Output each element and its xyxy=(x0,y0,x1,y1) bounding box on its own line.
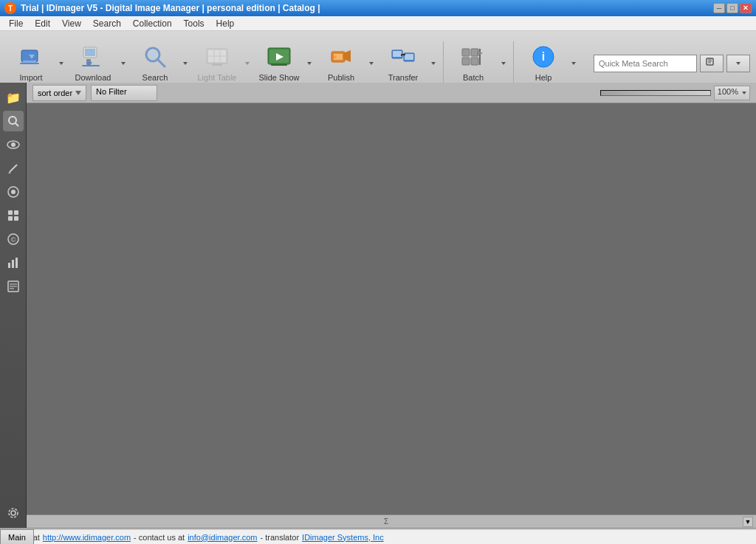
light-table-icon xyxy=(204,44,230,70)
menu-view[interactable]: View xyxy=(56,17,87,30)
scroll-down-arrow[interactable]: ▼ xyxy=(743,517,753,527)
svg-point-56 xyxy=(11,142,16,147)
svg-line-57 xyxy=(10,165,17,172)
close-button[interactable]: ✕ xyxy=(740,3,752,13)
website-link[interactable]: http://www.idimager.com xyxy=(43,533,131,542)
svg-rect-40 xyxy=(462,58,470,65)
menu-help[interactable]: Help xyxy=(210,17,241,30)
filter-dropdown[interactable]: No Filter xyxy=(91,85,157,101)
toolbar-separator xyxy=(443,41,444,86)
batch-icon xyxy=(460,44,487,70)
menu-edit[interactable]: Edit xyxy=(29,17,56,30)
help-icon: i xyxy=(530,44,557,70)
quick-search-option-button[interactable] xyxy=(726,55,750,72)
svg-marker-21 xyxy=(245,62,250,65)
sidebar-icon-chart[interactable] xyxy=(3,252,24,273)
svg-rect-35 xyxy=(405,54,413,60)
batch-label: Batch xyxy=(463,73,484,83)
svg-rect-0 xyxy=(21,50,38,62)
svg-rect-63 xyxy=(8,216,13,221)
sidebar-icon-grid[interactable] xyxy=(3,205,24,226)
svg-rect-61 xyxy=(8,210,13,215)
svg-point-53 xyxy=(9,117,16,124)
svg-line-54 xyxy=(16,123,18,126)
toolbar-separator-2 xyxy=(513,41,514,86)
zoom-value: 100% xyxy=(718,87,738,96)
minimize-button[interactable]: ─ xyxy=(713,3,725,13)
filter-label: No Filter xyxy=(96,87,127,96)
sidebar-icon-pencil[interactable] xyxy=(3,158,24,179)
svg-line-13 xyxy=(157,59,165,66)
menu-collection[interactable]: Collection xyxy=(127,17,178,30)
svg-marker-76 xyxy=(75,91,81,95)
scroll-sum: Σ xyxy=(384,517,388,526)
svg-marker-77 xyxy=(742,92,746,94)
import-icon xyxy=(18,44,44,70)
status-bar: visit us at http://www.idimager.com - co… xyxy=(0,529,756,544)
sort-order-button[interactable]: sort order xyxy=(32,85,86,101)
svg-marker-14 xyxy=(183,62,188,65)
main-content: sort order No Filter 100% Σ ▼ xyxy=(27,83,756,528)
contact-text: - contact us at xyxy=(134,533,185,542)
sidebar-icon-view[interactable] xyxy=(3,182,24,202)
contact-link[interactable]: info@idimager.com xyxy=(188,533,257,542)
slide-show-icon xyxy=(266,44,292,70)
sidebar-icon-contact[interactable] xyxy=(3,276,24,297)
sidebar-icon-eye[interactable] xyxy=(3,134,24,155)
quick-meta-search-input[interactable] xyxy=(594,55,697,72)
svg-rect-6 xyxy=(85,49,95,56)
svg-rect-3 xyxy=(20,63,39,64)
zoom-area: 100% xyxy=(600,86,750,100)
maximize-button[interactable]: □ xyxy=(726,3,738,13)
svg-marker-10 xyxy=(121,62,126,65)
svg-marker-44 xyxy=(501,62,506,65)
sort-order-label: sort order xyxy=(38,89,72,97)
zoom-dropdown[interactable]: 100% xyxy=(714,86,750,100)
light-table-label: Light Table xyxy=(197,73,236,83)
svg-rect-41 xyxy=(471,58,478,65)
download-label: Download xyxy=(75,73,111,83)
title-bar-left: T Trial | IDimager V5 - Digital Image Ma… xyxy=(4,2,320,14)
title-bar-text: Trial | IDimager V5 - Digital Image Mana… xyxy=(21,3,320,13)
help-label: Help xyxy=(535,73,552,83)
sidebar-icon-folder[interactable]: 📁 xyxy=(3,87,24,108)
menu-tools[interactable]: Tools xyxy=(178,17,210,30)
sidebar-icon-search[interactable] xyxy=(3,111,24,131)
tab-main[interactable]: Main xyxy=(0,529,34,544)
svg-point-12 xyxy=(148,50,157,59)
sidebar-icon-settings[interactable] xyxy=(3,503,24,523)
svg-rect-67 xyxy=(8,263,10,268)
title-bar-controls: ─ □ ✕ xyxy=(713,3,752,13)
menu-search[interactable]: Search xyxy=(87,17,127,30)
quick-search-area xyxy=(594,55,750,72)
bottom-scroll-bar: Σ ▼ xyxy=(27,514,756,528)
image-area xyxy=(27,103,756,514)
zoom-slider[interactable] xyxy=(600,90,711,96)
svg-rect-20 xyxy=(212,63,222,66)
sidebar-icon-copyright[interactable]: © xyxy=(3,229,24,249)
svg-point-30 xyxy=(334,55,337,58)
publish-icon xyxy=(328,44,354,70)
menu-file[interactable]: File xyxy=(3,17,29,30)
svg-rect-33 xyxy=(393,51,402,57)
translator-link[interactable]: IDimager Systems, Inc xyxy=(302,533,384,542)
transfer-label: Transfer xyxy=(388,73,419,83)
title-bar: T Trial | IDimager V5 - Digital Image Ma… xyxy=(0,0,756,16)
transfer-icon xyxy=(390,44,416,70)
svg-rect-9 xyxy=(82,65,100,66)
quick-search-go-button[interactable] xyxy=(700,55,724,72)
svg-marker-37 xyxy=(431,62,436,65)
svg-marker-52 xyxy=(736,62,740,65)
svg-rect-38 xyxy=(462,49,470,56)
svg-point-74 xyxy=(11,511,16,515)
svg-marker-31 xyxy=(369,62,374,65)
filter-bar: sort order No Filter 100% xyxy=(27,83,756,103)
search-label: Search xyxy=(142,73,168,83)
svg-rect-68 xyxy=(12,260,14,268)
menu-bar: File Edit View Search Collection Tools H… xyxy=(0,16,756,31)
publish-label: Publish xyxy=(328,73,354,83)
svg-rect-69 xyxy=(16,258,18,268)
app-icon: T xyxy=(4,2,16,14)
left-sidebar: 📁 © xyxy=(0,83,27,528)
svg-marker-26 xyxy=(307,62,312,65)
